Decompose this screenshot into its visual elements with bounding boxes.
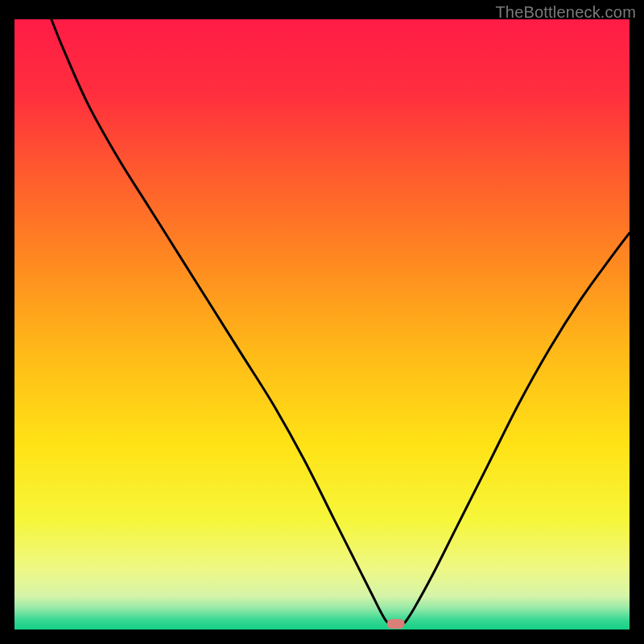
chart-frame: TheBottleneck.com: [0, 0, 644, 644]
watermark-text: TheBottleneck.com: [495, 3, 636, 22]
plot-area: [14, 19, 630, 630]
plot-outer: [14, 19, 630, 630]
gradient-background: [14, 19, 630, 630]
chart-svg: [14, 19, 630, 630]
optimum-marker: [387, 619, 405, 629]
